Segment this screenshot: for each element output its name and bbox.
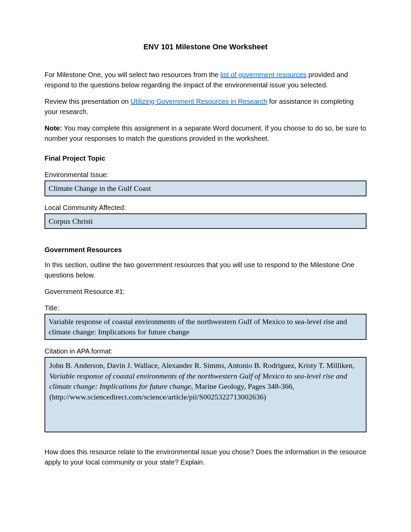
resource-title-input[interactable]: Variable response of coastal environment…: [45, 314, 366, 339]
review-paragraph: Review this presentation on Utilizing Go…: [45, 96, 366, 117]
final-project-header: Final Project Topic: [45, 153, 366, 163]
community-input[interactable]: Corpus Christi: [45, 213, 366, 229]
relate-question: How does this resource relate to the env…: [45, 447, 366, 467]
gov-resources-header: Government Resources: [45, 245, 366, 255]
review-text-1: Review this presentation on: [45, 98, 130, 105]
note-label: Note:: [45, 124, 62, 132]
title-label: Title:: [45, 303, 366, 313]
env-issue-input[interactable]: Climate Change in the Gulf Coast: [45, 181, 366, 196]
document-title: ENV 101 Milestone One Worksheet: [45, 41, 366, 52]
note-paragraph: Note: You may complete this assignment i…: [45, 123, 366, 144]
citation-label: Citation in APA format:: [45, 346, 366, 356]
citation-authors: John B. Anderson, Davin J. Wallace, Alex…: [49, 361, 354, 370]
note-text: You may complete this assignment in a se…: [45, 124, 366, 142]
gov-resources-intro: In this section, outline the two governm…: [45, 260, 366, 280]
resource-1-label: Government Resource #1:: [45, 286, 366, 297]
utilizing-resources-link[interactable]: Utilizing Government Resources in Resear…: [130, 98, 267, 105]
gov-resources-link[interactable]: list of government resources: [221, 71, 307, 78]
env-issue-label: Environmental Issue:: [45, 170, 366, 180]
citation-input[interactable]: John B. Anderson, Davin J. Wallace, Alex…: [45, 357, 366, 432]
intro-text-1: For Milestone One, you will select two r…: [45, 71, 221, 78]
intro-paragraph: For Milestone One, you will select two r…: [45, 70, 366, 90]
community-label: Local Community Affected:: [45, 202, 366, 213]
